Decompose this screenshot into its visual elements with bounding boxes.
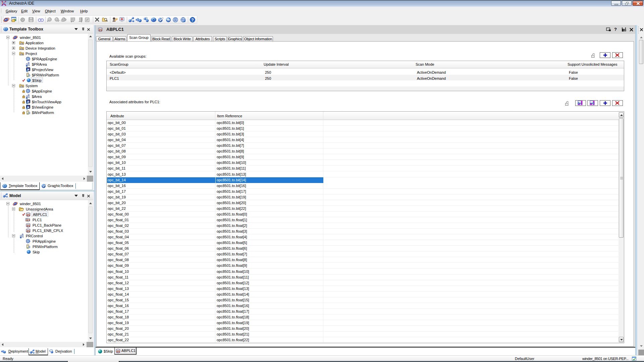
svg-text:?: ? <box>191 18 194 22</box>
